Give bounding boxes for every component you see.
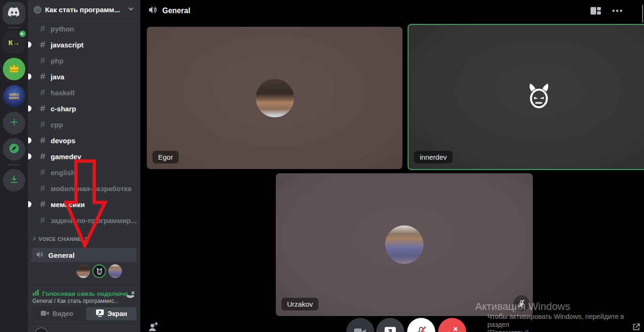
channel-english[interactable]: # english	[28, 164, 140, 180]
camera-toggle-button[interactable]	[346, 318, 374, 332]
hash-icon: #	[39, 87, 46, 98]
channel-задачи-по-программир...[interactable]: # задачи-по-программир...	[28, 212, 140, 228]
channel-gamedev[interactable]: # gamedev	[28, 148, 140, 164]
rail-divider	[8, 164, 21, 165]
voice-channel-general[interactable]: General	[31, 248, 136, 262]
hash-icon: #	[39, 151, 46, 162]
screen-share-icon	[96, 309, 104, 318]
channel-label: python	[51, 25, 74, 33]
devil-emoji-avatar	[524, 82, 553, 112]
grid-view-icon[interactable]	[591, 7, 601, 15]
call-header: General	[140, 0, 644, 22]
hash-icon: #	[39, 119, 46, 130]
server-header[interactable]: Как стать программ...	[28, 0, 140, 20]
voice-channels-section-header[interactable]: VOICE CHANNELS	[32, 236, 89, 242]
channel-cpp[interactable]: # cpp	[28, 116, 140, 132]
participant-avatar-innerdev[interactable]	[92, 264, 106, 278]
voice-channel-label: General	[48, 251, 75, 259]
disconnect-voice-button[interactable]	[125, 290, 136, 302]
video-button[interactable]: Видео	[32, 307, 82, 320]
unread-pill	[28, 154, 31, 160]
hash-icon: #	[39, 167, 46, 178]
channel-list: # python # javascript # php # java # has…	[28, 21, 140, 228]
participant-name-pill: Urzakov	[281, 298, 318, 310]
chevron-down-icon	[127, 5, 135, 15]
signal-bars-icon	[32, 289, 39, 298]
channel-label: мемасики	[51, 201, 85, 208]
server-icon-herowars[interactable]: HERO WARS	[3, 85, 25, 108]
channel-label: javascript	[51, 41, 83, 49]
channel-devops[interactable]: # devops	[28, 132, 140, 148]
channel-label: мобильная-разработка	[51, 185, 131, 193]
scrollbar-sliver[interactable]	[642, 5, 643, 23]
plus-icon	[9, 117, 19, 129]
hash-icon: #	[39, 39, 46, 50]
channel-label: cpp	[51, 121, 63, 129]
participant-avatar-urzakov[interactable]	[108, 264, 122, 278]
voice-participants	[76, 264, 122, 278]
channel-python[interactable]: # python	[28, 21, 140, 37]
fullscreen-expand-icon[interactable]	[632, 323, 641, 332]
compass-icon	[8, 142, 20, 156]
mic-mute-button[interactable]	[407, 318, 435, 332]
server-name: Как стать программ...	[45, 6, 123, 14]
avatar-urzakov	[385, 225, 424, 264]
participant-name-pill: innerdev	[414, 151, 453, 163]
video-tile-innerdev[interactable]: innerdev	[408, 24, 644, 170]
video-tile-urzakov[interactable]: Urzakov	[276, 173, 533, 316]
add-person-icon[interactable]	[148, 321, 159, 332]
download-apps-button[interactable]	[3, 169, 25, 192]
discord-logo-icon	[8, 7, 21, 19]
channel-haskell[interactable]: # haskell	[28, 85, 140, 100]
channel-label: java	[51, 73, 64, 81]
channel-мемасики[interactable]: # мемасики	[28, 196, 140, 212]
avatar-egor	[256, 79, 294, 117]
explore-servers-button[interactable]	[3, 138, 25, 161]
connection-route: General / Как стать программис...	[32, 298, 119, 304]
video-tile-egor[interactable]: Egor	[147, 27, 402, 169]
rail-divider	[8, 27, 21, 28]
hash-icon: #	[39, 23, 46, 34]
channel-c-sharp[interactable]: # c-sharp	[28, 100, 140, 116]
hash-icon: #	[39, 199, 46, 209]
call-title: General	[162, 7, 190, 15]
server-icon-k[interactable]: К→	[3, 31, 25, 54]
more-options-icon[interactable]	[612, 9, 622, 12]
discord-home-button[interactable]	[3, 2, 25, 24]
channel-label: задачи-по-программир...	[51, 216, 136, 224]
hash-icon: #	[39, 71, 46, 82]
discord-voice-call-window: К→ HERO WARS	[0, 0, 644, 332]
speaker-icon	[148, 5, 158, 17]
connection-status: Голосовая связь подключена	[32, 289, 128, 298]
server-rail: К→ HERO WARS	[0, 0, 28, 332]
call-stage: General Egor innerdev Urzakov	[140, 0, 644, 332]
channel-php[interactable]: # php	[28, 53, 140, 69]
channel-sidebar: Как стать программ... # python # javascr…	[28, 0, 140, 332]
hash-icon: #	[39, 55, 46, 66]
participant-avatar-egor[interactable]	[76, 264, 90, 278]
unread-pill	[28, 138, 31, 144]
hash-icon: #	[39, 135, 46, 146]
participant-name-pill: Egor	[152, 151, 179, 163]
screen-share-toggle-button[interactable]	[376, 318, 404, 332]
channel-java[interactable]: # java	[28, 69, 140, 85]
hash-icon: #	[39, 183, 46, 193]
server-boost-badge-icon	[34, 6, 41, 14]
channel-label: devops	[51, 137, 76, 145]
connection-status-text: Голосовая связь подключена	[42, 290, 128, 297]
hash-icon: #	[39, 103, 46, 114]
channel-javascript[interactable]: # javascript	[28, 37, 140, 53]
add-server-button[interactable]	[3, 112, 25, 134]
server-icon-crown[interactable]	[3, 58, 25, 80]
disconnect-call-button[interactable]	[438, 318, 466, 332]
screen-share-button[interactable]: Экран	[86, 307, 136, 320]
unread-pill	[28, 42, 31, 48]
user-avatar-partial[interactable]	[34, 327, 48, 332]
divider	[28, 324, 140, 324]
channel-label: c-sharp	[51, 105, 76, 113]
header-actions	[591, 7, 636, 15]
server-k-label: К→	[8, 39, 20, 46]
unread-pill	[28, 201, 31, 208]
hash-icon: #	[39, 215, 46, 225]
channel-мобильная-разработка[interactable]: # мобильная-разработка	[28, 180, 140, 196]
